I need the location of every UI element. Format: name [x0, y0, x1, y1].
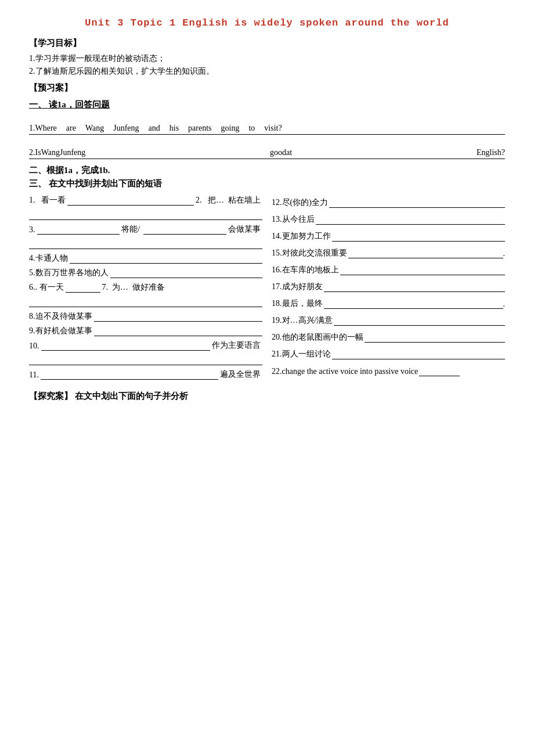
phrase-2-mid: 2. 把… 粘在墙上	[196, 195, 261, 206]
phrase-1-line	[67, 194, 194, 206]
phrase-12-label: 12.尽(你的)全力	[272, 197, 328, 208]
phrase-row-11: 11. 遍及全世界	[29, 368, 262, 380]
phrase-row-4: 4.卡通人物	[29, 252, 262, 264]
phrase-row-8: 8.迫不及待做某事	[29, 310, 262, 322]
phrase-7-label: 7. 为… 做好准备	[102, 282, 165, 293]
phrase-6-line	[66, 281, 100, 293]
phrase-10-label: 10.	[29, 341, 39, 351]
phrase-16-label: 16.在车库的地板上	[272, 265, 339, 275]
phrase-16-line	[340, 264, 506, 275]
phrase-19-line	[334, 314, 505, 326]
phrase-10-end: 作为主要语言	[212, 340, 261, 351]
phrase-row-12: 12.尽(你的)全力	[272, 194, 505, 208]
phrase-6-label: 6.. 有一天	[29, 282, 64, 293]
phrase-1-2-cont-line	[29, 208, 262, 220]
phrase-18-dot: .	[503, 300, 506, 309]
phrase-19-label: 19.对…高兴/满意	[272, 315, 333, 326]
phrase-13-label: 13.从今往后	[272, 214, 315, 225]
phrase-row-21: 21.两人一组讨论	[272, 345, 505, 359]
phrase-11-label: 11.	[29, 370, 39, 380]
phrase-row-6-7: 6.. 有一天 7. 为… 做好准备	[29, 281, 262, 293]
phrase-5-label: 5.数百万世界各地的人	[29, 268, 109, 278]
phrase-15-label: 15.对彼此交流很重要	[272, 248, 347, 258]
phrase-row-15: 15.对彼此交流很重要 .	[272, 244, 505, 258]
phrase-row-16: 16.在车库的地板上	[272, 261, 505, 275]
phrase-21-line	[332, 348, 506, 359]
phrase-5-line	[110, 267, 263, 278]
right-phrases: 12.尽(你的)全力 13.从今往后 14.更加努力工作 15.对彼此交流很重要…	[272, 194, 505, 383]
q1-word-3: Wang	[81, 124, 109, 133]
part2-title: 二、根据1a，完成1b.	[29, 165, 110, 175]
phrase-row-1-2: 1. 看一看 2. 把… 粘在墙上	[29, 194, 262, 206]
part1-title: 一、 读1a，回答问题	[29, 99, 505, 110]
phrase-21-label: 21.两人一组讨论	[272, 349, 331, 359]
q2-word-6: English?	[477, 148, 505, 157]
phrase-9-label: 9.有好机会做某事	[29, 326, 92, 336]
phrase-22-line	[419, 365, 460, 376]
part3-title: 三、 在文中找到并划出下面的短语	[29, 179, 162, 188]
q1-word-9: to	[244, 124, 259, 133]
phrase-4-label: 4.卡通人物	[29, 253, 68, 264]
phrase-row-13: 13.从今往后	[272, 211, 505, 225]
objective-2: 2.了解迪斯尼乐园的相关知识，扩大学生的知识面。	[29, 66, 505, 77]
phrase-3-end: 会做某事	[228, 224, 261, 235]
q1-word-10: visit?	[259, 124, 286, 133]
q2-word-5: at	[286, 148, 292, 157]
phrase-10-cont-line	[29, 354, 262, 365]
phrase-row-20: 20.他的老鼠图画中的一幅	[272, 329, 505, 343]
phrase-3-cont-line	[29, 237, 262, 249]
q1-word-7: parents	[183, 124, 216, 133]
q2-word-4: good	[270, 148, 286, 157]
preview-header: 【预习案】	[29, 82, 505, 93]
phrase-3-label: 3.	[29, 225, 35, 235]
q2-word-2: Wang	[41, 148, 60, 157]
explore-header: 【探究案】 在文中划出下面的句子并分析	[29, 391, 505, 402]
phrase-11-line	[41, 368, 218, 380]
phrase-15-dot: .	[503, 249, 506, 258]
phrase-1-label: 1. 看一看	[29, 195, 66, 206]
phrase-3-line2	[143, 223, 226, 235]
phrase-14-label: 14.更加努力工作	[272, 231, 331, 242]
phrase-12-line	[329, 196, 505, 208]
q1-word-1: 1.Where	[29, 124, 62, 133]
q1-row: 1.Where are Wang Junfeng and his parents…	[29, 115, 505, 135]
q1-word-4: Junfeng	[109, 124, 143, 133]
phrase-row-22: 22.change the active voice into passive …	[272, 362, 505, 376]
phrase-17-label: 17.成为好朋友	[272, 282, 323, 292]
phrase-20-line	[365, 331, 506, 343]
q1-word-2: are	[62, 124, 81, 133]
phrase-13-line	[316, 213, 506, 225]
phrase-20-label: 20.他的老鼠图画中的一幅	[272, 332, 363, 343]
phrase-row-3: 3. 将能/ 会做某事	[29, 223, 262, 235]
phrase-row-9: 9.有好机会做某事	[29, 325, 262, 336]
phrase-17-line	[324, 280, 506, 292]
q2-word-1: 2.Is	[29, 148, 41, 157]
phrase-3-line1	[37, 223, 120, 235]
phrase-15-line	[348, 247, 503, 258]
phrase-row-17: 17.成为好朋友	[272, 278, 505, 292]
phrase-row-19: 19.对…高兴/满意	[272, 312, 505, 326]
phrase-8-line	[94, 310, 263, 322]
objectives-section: 1.学习并掌握一般现在时的被动语态； 2.了解迪斯尼乐园的相关知识，扩大学生的知…	[29, 53, 505, 77]
phrase-18-label: 18.最后，最终	[272, 298, 323, 309]
q2-row: 2.Is Wang Junfeng good at English?	[29, 139, 505, 159]
phrase-3-mid: 将能/	[121, 224, 140, 235]
phrase-22-label: 22.change the active voice into passive …	[272, 367, 418, 376]
phrase-9-line	[94, 325, 263, 336]
q1-word-6: his	[165, 124, 183, 133]
objectives-header: 【学习目标】	[29, 38, 505, 49]
phrase-14-line	[332, 230, 506, 242]
phrase-11-end: 遍及全世界	[220, 369, 261, 380]
phrase-row-10: 10. 作为主要语言	[29, 339, 262, 351]
q1-word-8: going	[217, 124, 244, 133]
phrase-row-5: 5.数百万世界各地的人	[29, 267, 262, 278]
phrases-section: 1. 看一看 2. 把… 粘在墙上 3. 将能/ 会做某事 4.卡通人物 5.数…	[29, 194, 505, 383]
left-phrases: 1. 看一看 2. 把… 粘在墙上 3. 将能/ 会做某事 4.卡通人物 5.数…	[29, 194, 262, 383]
objective-1: 1.学习并掌握一般现在时的被动语态；	[29, 53, 505, 64]
phrase-8-label: 8.迫不及待做某事	[29, 311, 92, 322]
q2-word-3: Junfeng	[60, 148, 85, 157]
phrase-4-line	[70, 252, 263, 264]
phrase-18-line	[324, 297, 503, 309]
phrase-10-line	[41, 339, 211, 351]
phrase-row-14: 14.更加努力工作	[272, 228, 505, 242]
